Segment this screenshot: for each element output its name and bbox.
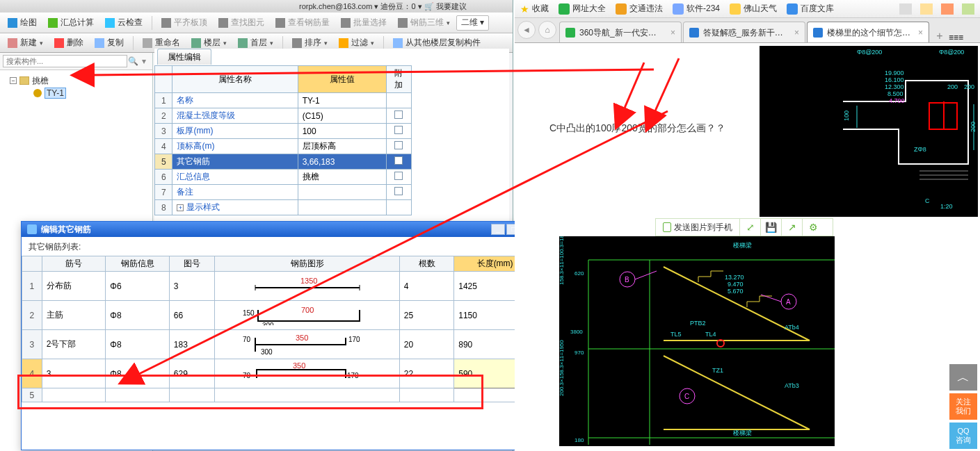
rebar-info[interactable]	[106, 388, 170, 402]
prop-value[interactable]: TY-1	[298, 93, 386, 108]
toolbar-button[interactable]: 查看钢筋量	[271, 15, 335, 31]
prop-value[interactable]: 层顶标高	[298, 139, 386, 154]
follow-us-button[interactable]: 关注 我们	[949, 393, 977, 420]
toolbar-button[interactable]: 删除	[49, 35, 88, 51]
refresh-icon[interactable]: ≡	[954, 33, 958, 42]
col-info[interactable]: 钢筋信息	[106, 256, 170, 272]
rebar-diagram[interactable]: 3	[169, 272, 214, 301]
minimize-button[interactable]: _	[491, 224, 505, 235]
rebar-count[interactable]	[399, 388, 453, 402]
rebar-shape[interactable]: 1350	[215, 272, 400, 301]
bookmark-item[interactable]: 软件-234	[673, 3, 720, 15]
rebar-info[interactable]: Φ6	[106, 272, 170, 301]
bookmark-item[interactable]: ★收藏	[520, 3, 549, 15]
rebar-diagram[interactable]	[169, 388, 214, 402]
browser-tab[interactable]: 楼梯里的这个细节怎么画 ×	[807, 22, 929, 42]
home-button[interactable]: ⌂	[538, 21, 556, 39]
checkbox-icon[interactable]	[394, 156, 403, 165]
rebar-row[interactable]: 43Φ8629 70 350 17022590	[22, 359, 536, 388]
toolbar-button[interactable]: 复制	[90, 35, 129, 51]
checkbox-icon[interactable]	[394, 126, 403, 134]
note-icon[interactable]	[920, 3, 933, 15]
property-row[interactable]: 4顶标高(m)层顶标高	[155, 139, 412, 154]
col-no[interactable]: 筋号	[42, 256, 106, 272]
browser-tab[interactable]: 答疑解惑_服务新干线|快 ×	[683, 22, 805, 42]
menu-icon[interactable]: ≡	[958, 33, 963, 42]
property-row[interactable]: 2混凝土强度等级(C15)	[155, 108, 412, 124]
rebar-no[interactable]: 2号下部	[42, 330, 106, 359]
toolbar-button[interactable]: 钢筋三维▾	[393, 15, 455, 31]
toolbar-button[interactable]: 云检查	[100, 15, 147, 31]
toolbar-button[interactable]: 批量选择	[336, 15, 392, 31]
prop-add[interactable]	[386, 200, 411, 215]
dropdown-icon[interactable]: ▾	[138, 56, 150, 66]
prop-value[interactable]: 挑檐	[298, 170, 386, 185]
save-icon[interactable]: 💾	[761, 219, 782, 236]
col-count[interactable]: 根数	[399, 256, 453, 272]
toolbar-button[interactable]: 汇总计算	[43, 15, 99, 31]
rebar-shape[interactable]	[215, 388, 400, 402]
send-to-phone-button[interactable]: 发送图片到手机	[656, 219, 740, 236]
prop-value[interactable]: (C15)	[298, 108, 386, 124]
checkbox-icon[interactable]	[394, 172, 403, 180]
prop-value[interactable]	[298, 200, 386, 215]
prop-value[interactable]: 3,66,183	[298, 154, 386, 170]
list-icon[interactable]: ≡	[949, 33, 954, 42]
tree-node-tiaoyan[interactable]: − 挑檐	[10, 74, 150, 87]
toolbar-button[interactable]: 平齐板顶	[156, 15, 212, 31]
back-button[interactable]: ◄	[517, 21, 536, 39]
rebar-info[interactable]: Φ8	[106, 301, 170, 330]
share-icon[interactable]: ↗	[782, 219, 803, 236]
grid-icon[interactable]	[899, 3, 912, 15]
rebar-row[interactable]: 2主筋Φ866 150 700 300251150	[22, 301, 536, 330]
prop-add[interactable]	[386, 154, 411, 170]
prop-value[interactable]	[298, 185, 386, 200]
rebar-count[interactable]: 25	[399, 301, 453, 330]
tab-close-icon[interactable]: ×	[670, 23, 675, 42]
col-shape[interactable]: 钢筋图形	[215, 256, 400, 272]
prop-add[interactable]	[386, 185, 411, 200]
ad-icon[interactable]	[941, 3, 954, 15]
property-row[interactable]: 6汇总信息挑檐	[155, 170, 412, 185]
rebar-no[interactable]: 3	[42, 359, 106, 388]
rebar-count[interactable]: 22	[399, 359, 453, 388]
settings-icon[interactable]: ⚙	[803, 219, 824, 236]
bookmark-item[interactable]: 网址大全	[559, 3, 606, 15]
fullscreen-icon[interactable]: ⤢	[740, 219, 761, 236]
rebar-shape[interactable]: 70 350 170 300	[215, 330, 400, 359]
tab-close-icon[interactable]: ×	[918, 23, 923, 42]
rebar-row[interactable]: 1分布筋Φ63 135041425	[22, 272, 536, 301]
rebar-no[interactable]: 分布筋	[42, 272, 106, 301]
view-mode-dropdown[interactable]: 二维 ▾	[456, 15, 489, 31]
toolbar-button[interactable]: 绘图	[3, 15, 42, 31]
bookmark-item[interactable]: 百度文库	[787, 3, 834, 15]
property-row[interactable]: 1名称TY-1	[155, 93, 412, 108]
rebar-diagram[interactable]: 66	[169, 301, 214, 330]
bookmark-item[interactable]: 佛山天气	[730, 3, 777, 15]
checkbox-icon[interactable]	[394, 110, 403, 119]
rebar-count[interactable]: 20	[399, 330, 453, 359]
toolbar-button[interactable]: 查找图元	[214, 15, 269, 31]
browser-tab[interactable]: 360导航_新一代安全上网 ×	[559, 22, 682, 42]
prop-add[interactable]	[386, 108, 411, 124]
property-row[interactable]: 5其它钢筋3,66,183	[155, 154, 412, 170]
property-row[interactable]: 8+显示样式	[155, 200, 412, 215]
rebar-no[interactable]	[42, 388, 106, 402]
col-diagram[interactable]: 图号	[169, 256, 214, 272]
rebar-diagram[interactable]: 629	[169, 359, 214, 388]
rebar-diagram[interactable]: 183	[169, 330, 214, 359]
rebar-shape[interactable]: 70 350 170	[215, 359, 400, 388]
rebar-info[interactable]: Φ8	[106, 359, 170, 388]
checkbox-icon[interactable]	[394, 141, 403, 149]
prop-value[interactable]: 100	[298, 124, 386, 139]
dialog-titlebar[interactable]: 编辑其它钢筋 _ □ ×	[22, 222, 536, 237]
ext-icon[interactable]	[962, 3, 974, 15]
property-row[interactable]: 3板厚(mm)100	[155, 124, 412, 139]
tab-close-icon[interactable]: ×	[794, 23, 799, 42]
checkbox-icon[interactable]	[394, 187, 403, 195]
search-input[interactable]	[3, 55, 127, 67]
toolbar-button[interactable]: 新建▾	[3, 35, 48, 51]
rebar-row[interactable]: 32号下部Φ8183 70 350 170 30020890	[22, 330, 536, 359]
prop-add[interactable]	[386, 139, 411, 154]
qq-consult-button[interactable]: QQ 咨询	[949, 423, 977, 449]
